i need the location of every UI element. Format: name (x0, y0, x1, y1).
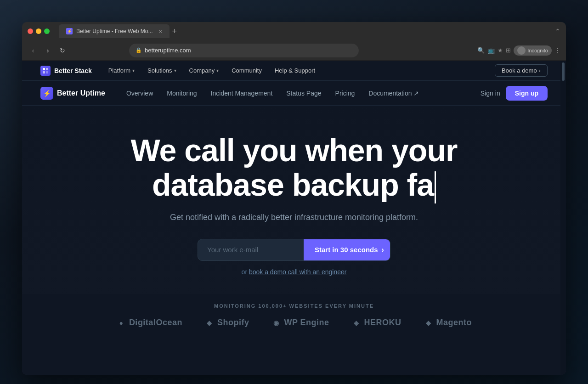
site-content: Better Stack Platform ▾ Solutions ▾ Comp… (22, 61, 566, 375)
scrollbar-thumb[interactable] (562, 62, 565, 81)
wpengine-icon: ◉ (271, 318, 281, 328)
tab-pricing[interactable]: Pricing (329, 86, 362, 101)
nav-solutions[interactable]: Solutions ▾ (142, 64, 181, 77)
email-input[interactable] (198, 239, 304, 260)
nav-community[interactable]: Community (226, 64, 267, 77)
close-window-button[interactable] (28, 28, 33, 34)
logo-digitalocean: ● DigitalOcean (116, 318, 182, 328)
avatar (517, 46, 526, 55)
sign-in-link[interactable]: Sign in (481, 90, 500, 97)
product-nav-right: Sign in Sign up (481, 86, 548, 101)
top-nav-right: Book a demo › (495, 64, 548, 77)
tab-overview[interactable]: Overview (120, 86, 159, 101)
logo-wpengine: ◉ WP Engine (271, 318, 329, 328)
hero-title: We call you when your database backup fa (131, 133, 458, 203)
new-tab-button[interactable]: + (172, 27, 177, 35)
browser-window: ⚡ Better Uptime - Free Web Mo... ✕ + ⌃ ‹… (22, 22, 566, 375)
tab-favicon-icon: ⚡ (66, 28, 73, 34)
svg-rect-1 (46, 68, 48, 70)
chevron-down-icon: ▾ (216, 68, 219, 73)
arrow-icon: › (382, 246, 384, 254)
better-stack-logo-icon (40, 66, 51, 76)
chevron-down-icon: ▾ (132, 68, 135, 73)
incognito-label: Incognito (527, 48, 548, 53)
svg-rect-0 (43, 68, 45, 70)
svg-rect-2 (43, 71, 45, 73)
title-bar: ⚡ Better Uptime - Free Web Mo... ✕ + ⌃ (22, 22, 566, 40)
cast-icon[interactable]: 📺 (487, 47, 495, 54)
browser-tab[interactable]: ⚡ Better Uptime - Free Web Mo... ✕ (59, 24, 170, 38)
back-button[interactable]: ‹ (28, 45, 39, 56)
better-uptime-brand[interactable]: ⚡ Better Uptime (40, 87, 105, 100)
lock-icon: 🔒 (136, 47, 142, 53)
url-bar[interactable]: 🔒 betteruptime.com (129, 44, 359, 57)
incognito-badge: Incognito (514, 45, 552, 56)
digitalocean-icon: ● (116, 318, 126, 328)
logo-shopify: ◆ Shopify (204, 318, 249, 328)
logos-section: MONITORING 100,000+ WEBSITES EVERY MINUT… (22, 294, 566, 342)
hero-section: We call you when your database backup fa… (22, 106, 566, 294)
url-text: betteruptime.com (145, 47, 191, 54)
nav-company[interactable]: Company ▾ (184, 64, 225, 77)
demo-link-text: or book a demo call with an engineer (242, 268, 347, 276)
cursor (435, 171, 436, 203)
top-nav-links: Platform ▾ Solutions ▾ Company ▾ Communi… (103, 64, 495, 77)
hero-subtitle: Get notified with a radically better inf… (170, 213, 418, 222)
heroku-icon: ◈ (351, 318, 362, 328)
shopify-icon: ◆ (204, 318, 215, 328)
top-nav: Better Stack Platform ▾ Solutions ▾ Comp… (22, 61, 566, 81)
forward-button[interactable]: › (42, 45, 53, 56)
split-view-icon[interactable]: ⊞ (506, 47, 511, 54)
nav-help[interactable]: Help & Support (269, 64, 321, 77)
tab-documentation[interactable]: Documentation ↗ (362, 86, 425, 101)
tab-incident-management[interactable]: Incident Management (204, 86, 279, 101)
arrow-right-icon: › (539, 67, 541, 74)
product-name: Better Uptime (57, 89, 105, 97)
better-uptime-logo: ⚡ (40, 87, 53, 100)
tab-close-button[interactable]: ✕ (158, 29, 162, 34)
tab-title: Better Uptime - Free Web Mo... (76, 28, 153, 34)
tab-bar: ⚡ Better Uptime - Free Web Mo... ✕ + (59, 24, 551, 38)
address-bar: ‹ › ↻ 🔒 betteruptime.com 🔍 📺 ★ ⊞ Incogni… (22, 40, 566, 61)
nav-platform[interactable]: Platform ▾ (103, 64, 140, 77)
menu-icon[interactable]: ⋮ (554, 47, 560, 54)
logos-row: ● DigitalOcean ◆ Shopify ◉ WP Engine ◈ H… (40, 318, 548, 328)
start-button[interactable]: Start in 30 seconds › (304, 239, 390, 260)
window-controls: ⌃ (555, 28, 560, 35)
search-icon[interactable]: 🔍 (477, 47, 485, 54)
os-background: ⚡ Better Uptime - Free Web Mo... ✕ + ⌃ ‹… (0, 0, 588, 384)
product-nav: ⚡ Better Uptime Overview Monitoring Inci… (22, 81, 566, 106)
maximize-window-button[interactable] (44, 28, 50, 34)
bookmark-icon[interactable]: ★ (498, 47, 503, 54)
sign-up-button[interactable]: Sign up (506, 86, 548, 101)
logo-heroku: ◈ HEROKU (351, 318, 401, 328)
minimize-window-button[interactable] (36, 28, 41, 34)
cta-form: Start in 30 seconds › (198, 239, 390, 261)
chevron-down-icon: ▾ (174, 68, 176, 73)
demo-link[interactable]: book a demo call with an engineer (249, 268, 346, 276)
address-bar-right: 🔍 📺 ★ ⊞ Incognito ⋮ (477, 45, 560, 56)
traffic-lights (28, 28, 50, 34)
tab-monitoring[interactable]: Monitoring (160, 86, 203, 101)
tab-status-page[interactable]: Status Page (280, 86, 328, 101)
refresh-button[interactable]: ↻ (57, 45, 68, 56)
book-demo-button[interactable]: Book a demo › (495, 64, 548, 77)
magento-icon: ◆ (424, 318, 434, 328)
better-stack-name: Better Stack (54, 67, 92, 74)
better-stack-brand[interactable]: Better Stack (40, 66, 92, 76)
logos-label: MONITORING 100,000+ WEBSITES EVERY MINUT… (40, 303, 548, 309)
product-nav-links: Overview Monitoring Incident Management … (120, 86, 426, 101)
logo-magento: ◆ Magento (424, 318, 472, 328)
scrollbar[interactable] (560, 61, 566, 375)
svg-rect-3 (46, 71, 48, 73)
